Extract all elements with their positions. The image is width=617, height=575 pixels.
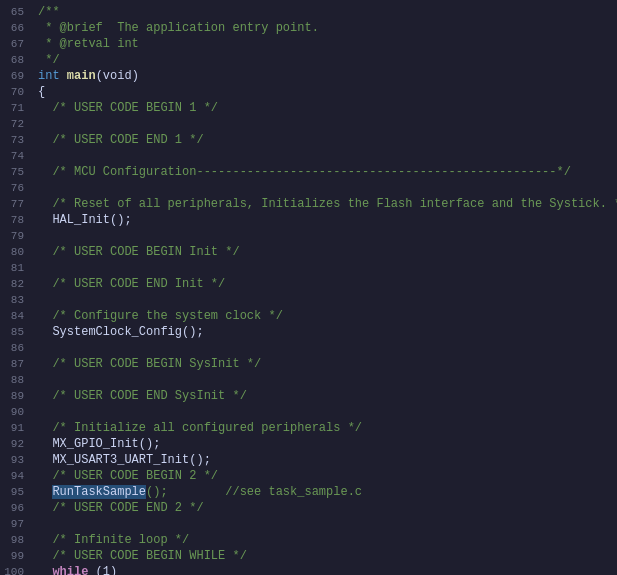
line-content bbox=[36, 180, 617, 196]
code-line: 92 MX_GPIO_Init(); bbox=[0, 436, 617, 452]
code-line: 83 bbox=[0, 292, 617, 308]
code-line: 91 /* Initialize all configured peripher… bbox=[0, 420, 617, 436]
code-line: 88 bbox=[0, 372, 617, 388]
line-number: 81 bbox=[0, 260, 36, 276]
line-content: { bbox=[36, 84, 617, 100]
code-editor: 65/**66 * @brief The application entry p… bbox=[0, 0, 617, 575]
line-number: 100 bbox=[0, 564, 36, 575]
line-content: /* USER CODE END SysInit */ bbox=[36, 388, 617, 404]
line-content bbox=[36, 404, 617, 420]
code-line: 87 /* USER CODE BEGIN SysInit */ bbox=[0, 356, 617, 372]
line-number: 91 bbox=[0, 420, 36, 436]
code-line: 67 * @retval int bbox=[0, 36, 617, 52]
line-content: * @brief The application entry point. bbox=[36, 20, 617, 36]
code-line: 77 /* Reset of all peripherals, Initiali… bbox=[0, 196, 617, 212]
line-number: 90 bbox=[0, 404, 36, 420]
line-number: 95 bbox=[0, 484, 36, 500]
token: /* USER CODE BEGIN WHILE */ bbox=[38, 549, 247, 563]
line-number: 97 bbox=[0, 516, 36, 532]
token: HAL_Init(); bbox=[38, 213, 132, 227]
token: MX_USART3_UART_Init(); bbox=[38, 453, 211, 467]
line-content bbox=[36, 228, 617, 244]
line-content bbox=[36, 340, 617, 356]
code-line: 68 */ bbox=[0, 52, 617, 68]
token: /* USER CODE END Init */ bbox=[38, 277, 225, 291]
code-line: 71 /* USER CODE BEGIN 1 */ bbox=[0, 100, 617, 116]
line-content bbox=[36, 260, 617, 276]
line-number: 78 bbox=[0, 212, 36, 228]
token: /* Reset of all peripherals, Initializes… bbox=[38, 197, 617, 211]
line-number: 98 bbox=[0, 532, 36, 548]
code-line: 66 * @brief The application entry point. bbox=[0, 20, 617, 36]
line-content: /* USER CODE BEGIN 1 */ bbox=[36, 100, 617, 116]
token bbox=[38, 485, 52, 499]
line-content: /* USER CODE BEGIN Init */ bbox=[36, 244, 617, 260]
token: (void) bbox=[96, 69, 139, 83]
token: /* USER CODE END SysInit */ bbox=[38, 389, 247, 403]
code-line: 75 /* MCU Configuration-----------------… bbox=[0, 164, 617, 180]
line-content: MX_GPIO_Init(); bbox=[36, 436, 617, 452]
token: SystemClock_Config(); bbox=[38, 325, 204, 339]
code-line: 100 while (1) bbox=[0, 564, 617, 575]
token: { bbox=[38, 85, 45, 99]
code-line: 95 RunTaskSample(); //see task_sample.c bbox=[0, 484, 617, 500]
line-number: 85 bbox=[0, 324, 36, 340]
line-content: SystemClock_Config(); bbox=[36, 324, 617, 340]
line-number: 89 bbox=[0, 388, 36, 404]
token: (1) bbox=[88, 565, 117, 575]
line-number: 88 bbox=[0, 372, 36, 388]
line-number: 71 bbox=[0, 100, 36, 116]
token: /* USER CODE BEGIN Init */ bbox=[38, 245, 240, 259]
line-content: /* USER CODE END 2 */ bbox=[36, 500, 617, 516]
code-line: 78 HAL_Init(); bbox=[0, 212, 617, 228]
line-number: 93 bbox=[0, 452, 36, 468]
line-content bbox=[36, 148, 617, 164]
token: (); //see task_sample.c bbox=[146, 485, 362, 499]
code-line: 72 bbox=[0, 116, 617, 132]
line-number: 75 bbox=[0, 164, 36, 180]
line-number: 69 bbox=[0, 68, 36, 84]
line-number: 83 bbox=[0, 292, 36, 308]
code-line: 65/** bbox=[0, 4, 617, 20]
code-line: 93 MX_USART3_UART_Init(); bbox=[0, 452, 617, 468]
code-line: 98 /* Infinite loop */ bbox=[0, 532, 617, 548]
line-content: /** bbox=[36, 4, 617, 20]
line-content: /* Initialize all configured peripherals… bbox=[36, 420, 617, 436]
line-number: 72 bbox=[0, 116, 36, 132]
line-number: 92 bbox=[0, 436, 36, 452]
code-line: 74 bbox=[0, 148, 617, 164]
code-line: 96 /* USER CODE END 2 */ bbox=[0, 500, 617, 516]
line-number: 94 bbox=[0, 468, 36, 484]
code-line: 76 bbox=[0, 180, 617, 196]
line-number: 79 bbox=[0, 228, 36, 244]
code-line: 79 bbox=[0, 228, 617, 244]
code-line: 84 /* Configure the system clock */ bbox=[0, 308, 617, 324]
line-number: 73 bbox=[0, 132, 36, 148]
code-line: 80 /* USER CODE BEGIN Init */ bbox=[0, 244, 617, 260]
line-number: 77 bbox=[0, 196, 36, 212]
line-content: /* Infinite loop */ bbox=[36, 532, 617, 548]
line-number: 70 bbox=[0, 84, 36, 100]
code-line: 81 bbox=[0, 260, 617, 276]
code-line: 86 bbox=[0, 340, 617, 356]
line-content: MX_USART3_UART_Init(); bbox=[36, 452, 617, 468]
token bbox=[38, 565, 52, 575]
token: MX_GPIO_Init(); bbox=[38, 437, 160, 451]
line-content: * @retval int bbox=[36, 36, 617, 52]
token: /* USER CODE END 1 */ bbox=[38, 133, 204, 147]
code-line: 89 /* USER CODE END SysInit */ bbox=[0, 388, 617, 404]
line-number: 80 bbox=[0, 244, 36, 260]
code-line: 99 /* USER CODE BEGIN WHILE */ bbox=[0, 548, 617, 564]
token: /* MCU Configuration--------------------… bbox=[38, 165, 571, 179]
token: /* Configure the system clock */ bbox=[38, 309, 283, 323]
code-line: 85 SystemClock_Config(); bbox=[0, 324, 617, 340]
line-content: /* Reset of all peripherals, Initializes… bbox=[36, 196, 617, 212]
token: /* USER CODE BEGIN SysInit */ bbox=[38, 357, 261, 371]
line-number: 86 bbox=[0, 340, 36, 356]
line-number: 66 bbox=[0, 20, 36, 36]
line-content bbox=[36, 516, 617, 532]
line-number: 82 bbox=[0, 276, 36, 292]
code-line: 69int main(void) bbox=[0, 68, 617, 84]
token: RunTaskSample bbox=[52, 485, 146, 499]
line-content bbox=[36, 116, 617, 132]
